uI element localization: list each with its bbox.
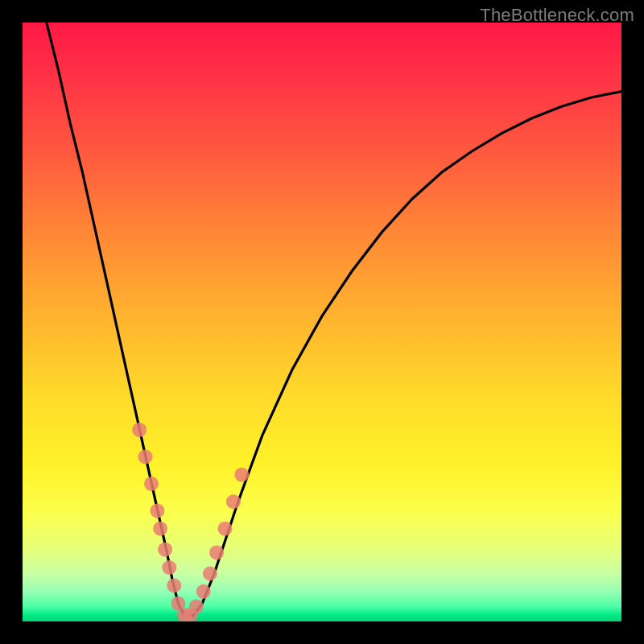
marker-dot (153, 522, 167, 536)
marker-dot (189, 599, 204, 613)
curve-layer (47, 23, 621, 616)
plot-area (23, 23, 621, 621)
marker-dot (203, 567, 217, 581)
marker-dot (158, 543, 172, 557)
outer-frame: TheBottleneck.com (0, 0, 644, 644)
marker-dot (150, 503, 164, 518)
chart-svg (23, 23, 621, 621)
bottleneck-curve-path (47, 23, 621, 616)
marker-dot (209, 545, 224, 559)
marker-dot (226, 494, 241, 509)
marker-dot (138, 449, 153, 464)
marker-dot (132, 423, 147, 437)
marker-dot (167, 578, 181, 592)
watermark-text: TheBottleneck.com (480, 5, 634, 26)
marker-dot (144, 477, 159, 491)
marker-dot (234, 468, 249, 482)
marker-dot (218, 522, 233, 536)
marker-dot (162, 560, 176, 575)
marker-dot (196, 584, 211, 599)
